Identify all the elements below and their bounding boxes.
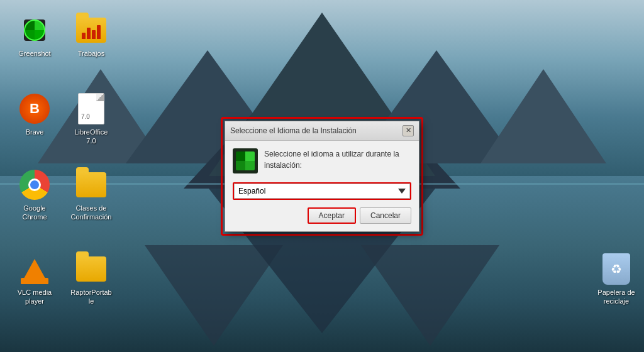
dialog-overlay: Seleccione el Idioma de la Instalación ✕… [0,0,644,352]
accept-button[interactable]: Aceptar [308,207,356,224]
language-dropdown-wrapper: Español English Français Deutsch Italian… [233,182,411,200]
dialog-highlight-border: Seleccione el Idioma de la Instalación ✕… [221,117,423,236]
desktop: Greenshot Trabajos B Brave [0,0,644,352]
dialog-app-icon [233,148,258,173]
language-select[interactable]: Español English Français Deutsch Italian… [234,184,410,199]
dialog-titlebar: Seleccione el Idioma de la Instalación ✕ [225,121,419,141]
dialog-header-row: Seleccione el idioma a utilizar durante … [233,148,411,173]
cancel-button[interactable]: Cancelar [360,207,411,224]
dialog-button-row: Aceptar Cancelar [233,207,411,224]
dialog-title: Seleccione el Idioma de la Instalación [230,126,357,135]
dialog-body: Seleccione el idioma a utilizar durante … [225,141,419,231]
install-language-dialog: Seleccione el Idioma de la Instalación ✕… [225,121,419,232]
dialog-app-icon-inner [236,151,255,170]
dialog-description: Seleccione el idioma a utilizar durante … [264,148,411,171]
dialog-close-button[interactable]: ✕ [402,125,414,136]
